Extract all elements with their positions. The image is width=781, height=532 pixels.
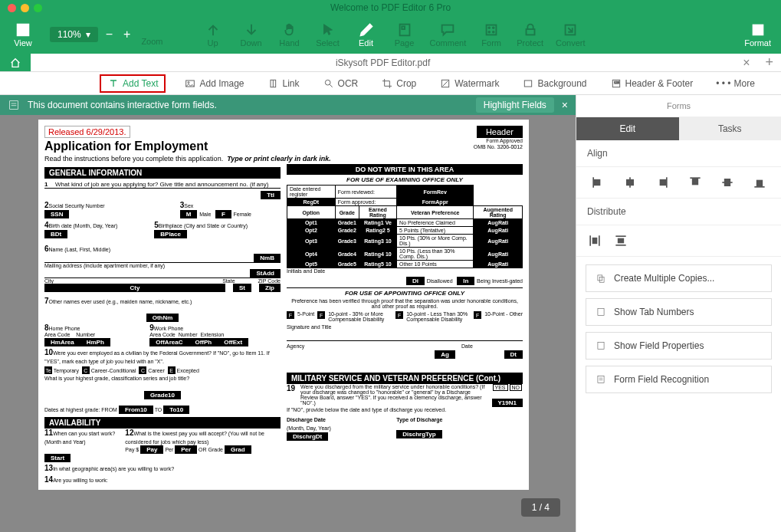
align-center-v-icon[interactable]: [720, 175, 735, 190]
svg-rect-30: [661, 180, 666, 186]
new-tab-button[interactable]: +: [757, 54, 781, 71]
svg-point-6: [489, 31, 491, 33]
tab-tasks[interactable]: Tasks: [679, 117, 782, 140]
document-viewport[interactable]: Released 6/29/2013. Header Application f…: [0, 115, 576, 532]
hand-button[interactable]: Hand: [271, 18, 309, 51]
form-icon: [8, 99, 20, 111]
svg-rect-34: [724, 179, 730, 186]
svg-rect-46: [598, 342, 604, 349]
distribute-h-icon[interactable]: [587, 233, 602, 248]
page-button[interactable]: Page: [386, 18, 424, 51]
view-button[interactable]: View: [4, 18, 42, 51]
zoom-out-button[interactable]: −: [103, 28, 116, 41]
svg-rect-3: [487, 25, 497, 35]
app-title: Welcome to PDF Editor 6 Pro: [330, 2, 451, 13]
align-label: Align: [576, 140, 781, 167]
convert-button[interactable]: Convert: [550, 18, 592, 51]
align-left-icon[interactable]: [590, 175, 605, 190]
tabbar: iSkysoft PDF Editor.pdf × +: [0, 54, 781, 72]
svg-rect-22: [10, 101, 18, 110]
form-button[interactable]: Form: [472, 18, 510, 51]
align-top-icon[interactable]: [687, 175, 703, 190]
add-image-button[interactable]: Add Image: [179, 74, 248, 93]
svg-rect-42: [619, 239, 624, 243]
form-field-recognition-button[interactable]: Form Field Recognition: [586, 366, 772, 393]
format-button[interactable]: Format: [738, 18, 777, 51]
pdf-page: Released 6/29/2013. Header Application f…: [38, 120, 529, 490]
protect-button[interactable]: Protect: [510, 18, 550, 51]
zoom-in-button[interactable]: +: [120, 28, 133, 41]
titlebar: Welcome to PDF Editor 6 Pro: [0, 0, 781, 15]
svg-point-11: [757, 28, 759, 29]
crop-button[interactable]: Crop: [376, 74, 421, 93]
ocr-button[interactable]: OCR: [318, 74, 363, 93]
highlight-fields-button[interactable]: Highlight Fields: [476, 97, 554, 113]
window-controls: [0, 4, 42, 12]
header-box: Header: [477, 126, 523, 138]
add-text-button[interactable]: Add Text: [100, 74, 166, 93]
form-infobar: This document contains interactive form …: [0, 95, 576, 115]
svg-rect-45: [598, 308, 604, 315]
create-multiple-copies-button[interactable]: Create Multiple Copies...: [586, 264, 772, 292]
more-button[interactable]: • • •More: [711, 75, 760, 92]
svg-rect-44: [599, 277, 604, 282]
svg-rect-36: [757, 181, 763, 186]
svg-text:123: 123: [614, 80, 619, 84]
close-tab-button[interactable]: ×: [735, 56, 757, 70]
omb-approval: Form ApprovedOMB No. 3206-0012: [474, 138, 523, 151]
svg-rect-26: [595, 180, 600, 186]
background-button[interactable]: Background: [517, 74, 591, 93]
distribute-v-icon[interactable]: [613, 233, 628, 248]
close-window-button[interactable]: [8, 4, 16, 12]
distribute-label: Distribute: [576, 199, 781, 225]
doc-title: Application for Employment: [44, 140, 523, 153]
svg-point-7: [493, 31, 494, 33]
svg-rect-32: [692, 179, 697, 185]
svg-point-14: [188, 81, 189, 83]
align-center-h-icon[interactable]: [622, 175, 638, 190]
svg-rect-28: [627, 180, 633, 186]
zoom-dropdown[interactable]: 110%▾: [50, 27, 98, 42]
down-button[interactable]: Down: [232, 18, 271, 51]
show-field-properties-button[interactable]: Show Field Properties: [586, 332, 772, 360]
svg-rect-2: [402, 26, 405, 29]
zoom-group: 110%▾ − +: [50, 27, 133, 42]
released-stamp: Released 6/29/2013.: [44, 126, 130, 138]
tab-edit[interactable]: Edit: [576, 117, 679, 140]
svg-point-5: [493, 27, 494, 28]
select-button[interactable]: Select: [309, 18, 347, 51]
svg-rect-19: [525, 80, 532, 87]
maximize-window-button[interactable]: [34, 4, 42, 12]
header-footer-button[interactable]: 123Header & Footer: [605, 74, 698, 93]
svg-point-4: [489, 27, 491, 28]
main-toolbar: View 110%▾ − + Zoom Up Down Hand Select …: [0, 15, 781, 54]
svg-point-17: [325, 80, 330, 85]
align-right-icon[interactable]: [655, 175, 670, 190]
svg-rect-39: [593, 238, 597, 244]
align-bottom-icon[interactable]: [752, 175, 767, 190]
infobar-close-button[interactable]: ×: [562, 99, 568, 111]
page-counter: 1 / 4: [521, 498, 560, 517]
svg-rect-8: [526, 29, 534, 34]
forms-sidebar: Forms Edit Tasks Align Distribute Create…: [576, 95, 781, 532]
svg-rect-0: [18, 25, 29, 36]
document-tab[interactable]: iSkysoft PDF Editor.pdf: [31, 57, 735, 68]
show-tab-numbers-button[interactable]: Show Tab Numbers: [586, 298, 772, 326]
edit-toolbar: Add Text Add Image Link OCR Crop Waterma…: [0, 72, 781, 95]
edit-button[interactable]: Edit: [347, 18, 386, 51]
svg-rect-47: [598, 376, 604, 383]
up-button[interactable]: Up: [194, 18, 232, 51]
minimize-window-button[interactable]: [21, 4, 29, 12]
watermark-button[interactable]: Watermark: [435, 74, 504, 93]
svg-rect-43: [598, 275, 602, 281]
link-button[interactable]: Link: [263, 74, 304, 93]
home-tab[interactable]: [0, 54, 31, 71]
comment-button[interactable]: Comment: [424, 18, 473, 51]
infobar-message: This document contains interactive form …: [28, 100, 468, 110]
sidebar-header: Forms: [576, 95, 781, 117]
